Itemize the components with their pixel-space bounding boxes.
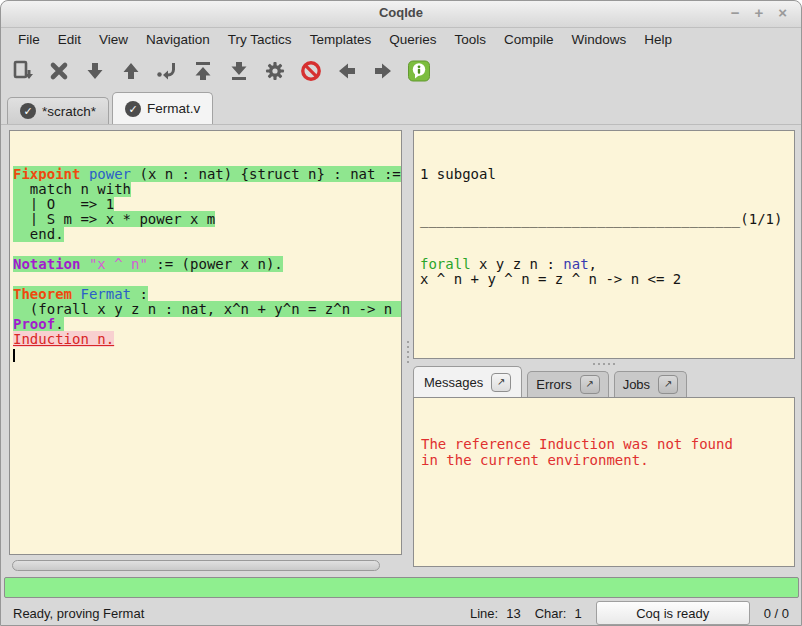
message-line: in the current environment.: [421, 452, 787, 468]
tab-fermat-v[interactable]: ✓Fermat.v: [112, 92, 213, 124]
detach-icon[interactable]: ↗: [491, 373, 511, 392]
forward-button[interactable]: [369, 56, 396, 86]
message-tab-bar: Messages↗Errors↗Jobs↗: [413, 367, 795, 397]
close-buffer-button[interactable]: [45, 56, 72, 86]
text-cursor: [13, 349, 15, 362]
code-line: Fixpoint power (x n : nat) {struct n} : …: [13, 167, 398, 182]
tab-label: Errors: [536, 377, 571, 392]
menu-item-view[interactable]: View: [90, 30, 137, 49]
goal-counter: (1/1): [740, 211, 782, 227]
forward-icon: [371, 59, 395, 83]
tab-label: Messages: [424, 375, 483, 390]
code-line: match n with: [13, 182, 398, 197]
interrupt-button[interactable]: [297, 56, 324, 86]
goal-line: x ^ n + y ^ n = z ^ n -> n <= 2: [420, 272, 788, 287]
step-forward-button[interactable]: [81, 56, 108, 86]
close-button[interactable]: ×: [778, 3, 787, 23]
info-button[interactable]: [405, 56, 432, 86]
tab-label: *scratch*: [42, 104, 96, 119]
menu-bar: FileEditViewNavigationTry TacticsTemplat…: [1, 28, 801, 50]
code-line: [13, 242, 398, 257]
menu-item-file[interactable]: File: [9, 30, 49, 49]
tab-label: Fermat.v: [147, 101, 200, 116]
menu-item-help[interactable]: Help: [635, 30, 681, 49]
detach-icon[interactable]: ↗: [580, 375, 600, 394]
code-line: Proof.: [13, 317, 398, 332]
code-line: Induction n.: [13, 332, 398, 347]
vertical-splitter[interactable]: [403, 130, 412, 573]
tab-bar: ✓*scratch*✓Fermat.v: [1, 91, 801, 125]
interrupt-icon: [299, 59, 323, 83]
char-number: 1: [574, 606, 581, 621]
minimize-button[interactable]: −: [731, 3, 740, 23]
coq-status-button[interactable]: Coq is ready: [596, 601, 750, 625]
menu-item-queries[interactable]: Queries: [380, 30, 445, 49]
code-line: [13, 347, 398, 362]
code-lines: Fixpoint power (x n : nat) {struct n} : …: [13, 167, 398, 362]
goal-separator: ______________________________________(1…: [420, 212, 788, 227]
menu-item-edit[interactable]: Edit: [49, 30, 90, 49]
code-line: [13, 272, 398, 287]
save-button[interactable]: [9, 56, 36, 86]
goal-view[interactable]: 1 subgoal ______________________________…: [413, 130, 795, 359]
menu-item-templates[interactable]: Templates: [301, 30, 381, 49]
menu-item-navigation[interactable]: Navigation: [137, 30, 219, 49]
menu-item-windows[interactable]: Windows: [562, 30, 635, 49]
window-title: CoqIde: [1, 5, 801, 20]
check-icon: ✓: [125, 101, 141, 117]
go-to-end-button[interactable]: [225, 56, 252, 86]
gear-icon: [263, 59, 287, 83]
status-bar: Ready, proving Fermat Line: 13 Char: 1 C…: [1, 599, 801, 626]
tab-messages[interactable]: Messages↗: [413, 366, 522, 397]
title-bar: CoqIde − + ×: [1, 1, 801, 28]
step-forward-icon: [83, 59, 107, 83]
goal-lines: forall x y z n : nat,x ^ n + y ^ n = z ^…: [420, 257, 788, 287]
tab-scratch[interactable]: ✓*scratch*: [7, 97, 109, 124]
message-line: The reference Induction was not found: [421, 436, 787, 452]
status-text: Ready, proving Fermat: [13, 606, 470, 621]
menu-item-tools[interactable]: Tools: [445, 30, 495, 49]
go-to-end-icon: [227, 59, 251, 83]
menu-item-try-tactics[interactable]: Try Tactics: [219, 30, 301, 49]
code-line: | S m => x * power x m: [13, 212, 398, 227]
go-to-cursor-button[interactable]: [153, 56, 180, 86]
horizontal-scrollbar[interactable]: [9, 558, 402, 573]
detach-icon[interactable]: ↗: [658, 375, 678, 394]
script-editor[interactable]: Fixpoint power (x n : nat) {struct n} : …: [9, 130, 402, 555]
goal-header: 1 subgoal: [420, 167, 788, 182]
window-controls: − + ×: [731, 3, 787, 23]
go-to-cursor-icon: [155, 59, 179, 83]
go-to-start-icon: [191, 59, 215, 83]
line-label: Line:: [470, 606, 498, 621]
line-number: 13: [506, 606, 520, 621]
back-button[interactable]: [333, 56, 360, 86]
message-lines: The reference Induction was not foundin …: [421, 436, 787, 468]
step-backward-icon: [119, 59, 143, 83]
coqide-window: CoqIde − + × FileEditViewNavigationTry T…: [0, 0, 802, 626]
code-line: Notation "x ^ n" := (power x n).: [13, 257, 398, 272]
info-icon: [407, 59, 431, 83]
maximize-button[interactable]: +: [754, 3, 763, 23]
jobs-counter: 0 / 0: [764, 606, 789, 621]
code-line: (forall x y z n : nat, x^n + y^n = z^n -…: [13, 302, 398, 317]
code-line: Theorem Fermat :: [13, 287, 398, 302]
save-icon: [11, 59, 35, 83]
tab-label: Jobs: [623, 377, 650, 392]
goal-line: forall x y z n : nat,: [420, 257, 788, 272]
code-line: end.: [13, 227, 398, 242]
message-view[interactable]: The reference Induction was not foundin …: [413, 397, 795, 567]
tab-errors[interactable]: Errors↗: [527, 371, 608, 397]
check-icon: ✓: [20, 103, 36, 119]
step-backward-button[interactable]: [117, 56, 144, 86]
close-icon: [47, 59, 71, 83]
menu-item-compile[interactable]: Compile: [495, 30, 563, 49]
go-to-start-button[interactable]: [189, 56, 216, 86]
char-label: Char:: [535, 606, 567, 621]
back-icon: [335, 59, 359, 83]
scrollbar-thumb[interactable]: [12, 560, 380, 571]
progress-bar: [4, 577, 799, 598]
code-line: | O => 1: [13, 197, 398, 212]
tab-jobs[interactable]: Jobs↗: [614, 371, 687, 397]
toolbar: [1, 51, 801, 91]
gear-button[interactable]: [261, 56, 288, 86]
